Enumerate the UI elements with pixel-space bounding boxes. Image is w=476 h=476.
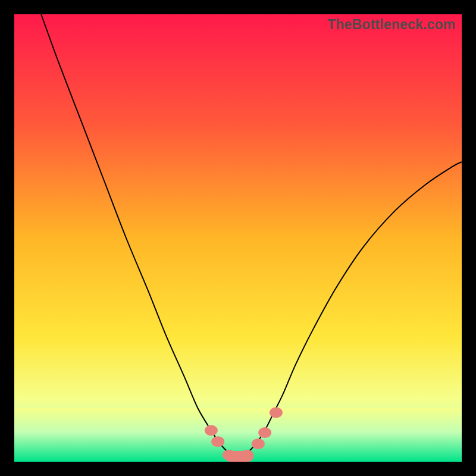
gradient-background — [14, 14, 462, 462]
chart-canvas — [14, 14, 462, 462]
marker-pill — [224, 451, 253, 462]
marker-dot — [258, 427, 271, 438]
marker-dot — [270, 407, 283, 418]
watermark-text: TheBottleneck.com — [327, 17, 456, 33]
marker-dot — [211, 436, 224, 447]
chart-frame: TheBottleneck.com — [14, 14, 462, 462]
marker-dot — [252, 439, 265, 449]
marker-dot — [205, 425, 218, 436]
